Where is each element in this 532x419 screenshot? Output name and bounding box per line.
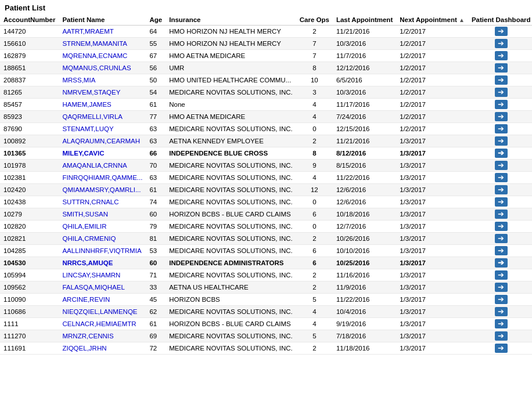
cell-account: 109562 bbox=[0, 281, 59, 294]
dashboard-arrow-button[interactable]: ➔ bbox=[495, 246, 508, 255]
dashboard-arrow-button[interactable]: ➔ bbox=[495, 197, 508, 207]
dashboard-arrow-button[interactable]: ➔ bbox=[495, 344, 508, 353]
cell-account: 188651 bbox=[0, 62, 59, 74]
table-row: 162879MQRENNA,ECNAMC67HMO AETNA MEDICARE… bbox=[0, 50, 532, 62]
table-row: 102438SUTTRN,CRNALC74MEDICARE NOVITAS SO… bbox=[0, 196, 532, 208]
col-header-nextappt[interactable]: Next Appointment ▲ bbox=[396, 15, 468, 26]
dashboard-arrow-button[interactable]: ➔ bbox=[495, 234, 508, 243]
cell-lastappt: 12/6/2016 bbox=[333, 196, 396, 208]
cell-age: 81 bbox=[146, 233, 166, 245]
cell-account: 101978 bbox=[0, 160, 59, 172]
dashboard-arrow-button[interactable]: ➔ bbox=[495, 39, 508, 48]
cell-name: CELNACR,HEMIAEMTR bbox=[59, 318, 146, 330]
dashboard-arrow-button[interactable]: ➔ bbox=[495, 112, 508, 121]
cell-lastappt: 10/25/2016 bbox=[333, 257, 396, 269]
cell-careops: 3 bbox=[296, 86, 333, 99]
cell-careops: 5 bbox=[296, 294, 333, 306]
dashboard-arrow-button[interactable]: ➔ bbox=[495, 283, 508, 292]
cell-careops: 0 bbox=[296, 196, 333, 208]
cell-careops: 6 bbox=[296, 208, 333, 221]
cell-age: 63 bbox=[146, 172, 166, 184]
cell-careops: 2 bbox=[296, 281, 333, 294]
dashboard-arrow-button[interactable]: ➔ bbox=[495, 307, 508, 316]
cell-insurance: INDEPENDENCE BLUE CROSS bbox=[166, 147, 296, 160]
cell-dashboard: ➔ bbox=[468, 269, 532, 281]
cell-insurance: MEDICARE NOVITAS SOLUTIONS, INC. bbox=[166, 342, 296, 355]
dashboard-arrow-button[interactable]: ➔ bbox=[495, 295, 508, 304]
col-header-dashboard[interactable]: Patient Dashboard bbox=[468, 15, 532, 26]
table-row: 101365MILEY,CAVIC66INDEPENDENCE BLUE CRO… bbox=[0, 147, 532, 160]
cell-dashboard: ➔ bbox=[468, 160, 532, 172]
cell-careops: 12 bbox=[296, 184, 333, 196]
cell-account: 110090 bbox=[0, 294, 59, 306]
cell-lastappt: 11/22/2016 bbox=[333, 172, 396, 184]
cell-dashboard: ➔ bbox=[468, 111, 532, 123]
cell-age: 61 bbox=[146, 184, 166, 196]
cell-dashboard: ➔ bbox=[468, 233, 532, 245]
col-header-lastappt[interactable]: Last Appointment bbox=[333, 15, 396, 26]
dashboard-arrow-button[interactable]: ➔ bbox=[495, 185, 508, 194]
cell-lastappt: 11/16/2016 bbox=[333, 269, 396, 281]
cell-careops: 4 bbox=[296, 99, 333, 111]
dashboard-arrow-button[interactable]: ➔ bbox=[495, 331, 508, 341]
cell-insurance: HORIZON BCBS - BLUE CARD CLAIMS bbox=[166, 318, 296, 330]
cell-careops: 5 bbox=[296, 330, 333, 342]
dashboard-arrow-button[interactable]: ➔ bbox=[495, 270, 508, 280]
cell-age: 61 bbox=[146, 318, 166, 330]
dashboard-arrow-button[interactable]: ➔ bbox=[495, 27, 508, 36]
cell-age: 70 bbox=[146, 160, 166, 172]
dashboard-arrow-button[interactable]: ➔ bbox=[495, 88, 508, 97]
cell-account: 100892 bbox=[0, 135, 59, 147]
cell-careops: 4 bbox=[296, 306, 333, 318]
table-row: 100892ALAQRAUMN,CEARMAH63AETNA KENNEDY E… bbox=[0, 135, 532, 147]
cell-age: 71 bbox=[146, 269, 166, 281]
table-row: 87690STENAMT,LUQY63MEDICARE NOVITAS SOLU… bbox=[0, 123, 532, 135]
dashboard-arrow-button[interactable]: ➔ bbox=[495, 100, 508, 109]
cell-account: 102420 bbox=[0, 184, 59, 196]
dashboard-arrow-button[interactable]: ➔ bbox=[495, 136, 508, 146]
dashboard-arrow-button[interactable]: ➔ bbox=[495, 149, 508, 158]
col-header-name[interactable]: Patient Name bbox=[59, 15, 146, 26]
cell-dashboard: ➔ bbox=[468, 172, 532, 184]
cell-nextappt: 1/2/2017 bbox=[396, 38, 468, 50]
cell-careops: 7 bbox=[296, 50, 333, 62]
col-header-insurance[interactable]: Insurance bbox=[166, 15, 296, 26]
cell-insurance: MEDICARE NOVITAS SOLUTIONS, INC. bbox=[166, 306, 296, 318]
dashboard-arrow-button[interactable]: ➔ bbox=[495, 173, 508, 182]
cell-lastappt: 12/6/2016 bbox=[333, 184, 396, 196]
dashboard-arrow-button[interactable]: ➔ bbox=[495, 75, 508, 85]
cell-account: 102821 bbox=[0, 233, 59, 245]
dashboard-arrow-button[interactable]: ➔ bbox=[495, 51, 508, 60]
cell-dashboard: ➔ bbox=[468, 135, 532, 147]
dashboard-arrow-button[interactable]: ➔ bbox=[495, 124, 508, 133]
cell-account: 85457 bbox=[0, 99, 59, 111]
cell-dashboard: ➔ bbox=[468, 257, 532, 269]
cell-insurance: MEDICARE NOVITAS SOLUTIONS, INC. bbox=[166, 221, 296, 233]
cell-account: 85923 bbox=[0, 111, 59, 123]
cell-nextappt: 1/3/2017 bbox=[396, 330, 468, 342]
dashboard-arrow-button[interactable]: ➔ bbox=[495, 222, 508, 231]
table-row: 81265NMRVEM,STAQEY54MEDICARE NOVITAS SOL… bbox=[0, 86, 532, 99]
col-header-careops[interactable]: Care Ops bbox=[296, 15, 333, 26]
dashboard-arrow-button[interactable]: ➔ bbox=[495, 161, 508, 170]
cell-account: 10279 bbox=[0, 208, 59, 221]
dashboard-arrow-button[interactable]: ➔ bbox=[495, 319, 508, 328]
cell-dashboard: ➔ bbox=[468, 306, 532, 318]
dashboard-arrow-button[interactable]: ➔ bbox=[495, 63, 508, 73]
cell-careops: 8 bbox=[296, 147, 333, 160]
cell-nextappt: 1/3/2017 bbox=[396, 147, 468, 160]
cell-nextappt: 1/3/2017 bbox=[396, 196, 468, 208]
cell-dashboard: ➔ bbox=[468, 147, 532, 160]
cell-account: 81265 bbox=[0, 86, 59, 99]
cell-dashboard: ➔ bbox=[468, 62, 532, 74]
cell-nextappt: 1/3/2017 bbox=[396, 342, 468, 355]
cell-nextappt: 1/3/2017 bbox=[396, 221, 468, 233]
table-row: 102420QMIAMAMSRY,QAMRLI...61MEDICARE NOV… bbox=[0, 184, 532, 196]
col-header-account[interactable]: AccountNumber bbox=[0, 15, 59, 26]
dashboard-arrow-button[interactable]: ➔ bbox=[495, 258, 508, 268]
cell-nextappt: 1/3/2017 bbox=[396, 233, 468, 245]
dashboard-arrow-button[interactable]: ➔ bbox=[495, 210, 508, 219]
cell-insurance: MEDICARE NOVITAS SOLUTIONS, INC. bbox=[166, 330, 296, 342]
cell-lastappt: 10/4/2016 bbox=[333, 306, 396, 318]
col-header-age[interactable]: Age bbox=[146, 15, 166, 26]
